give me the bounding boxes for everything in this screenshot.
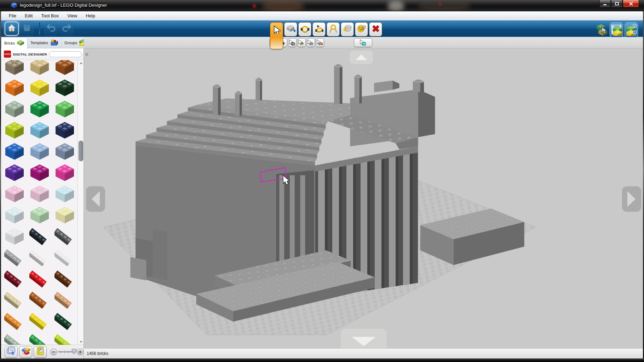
tab-label: Templates	[30, 41, 48, 45]
palette-brick-earth-green-1x4[interactable]	[52, 310, 77, 332]
palette-brick-white[interactable]	[27, 247, 52, 268]
palette-brick-medium-stone-grey[interactable]	[2, 247, 27, 268]
clone-select-tool-button[interactable]	[354, 38, 372, 47]
camera-down-button[interactable]	[341, 329, 387, 348]
palette-brick-bright-yellow[interactable]	[27, 77, 52, 98]
palette-brick-earth-blue[interactable]	[52, 119, 77, 141]
build-mode-button[interactable]	[595, 23, 608, 37]
palette-brick-bright-reddish-violet[interactable]	[27, 162, 52, 183]
palette-brick-bright-orange-1x4[interactable]	[2, 310, 27, 332]
menu-item-file[interactable]: File	[5, 12, 21, 20]
home-button[interactable]	[5, 22, 19, 36]
palette-brick-dark-orange[interactable]	[27, 289, 52, 310]
menu-bar: FileEditTool BoxViewHelp	[1, 11, 643, 21]
palette-brick-sand-yellow[interactable]	[2, 60, 27, 77]
save-button[interactable]	[20, 22, 34, 36]
menu-item-help[interactable]: Help	[81, 12, 99, 20]
camera-up-button[interactable]	[350, 51, 373, 64]
viewport-3d[interactable]	[84, 48, 643, 348]
selection-tool-button[interactable]	[270, 22, 283, 49]
palette-brick-light-purple[interactable]	[2, 183, 27, 204]
palette-brick-earth-green[interactable]	[52, 77, 77, 98]
color-shape-select-tool-button[interactable]	[316, 38, 324, 47]
palette-brick-bright-yellowish-green-1x4[interactable]	[52, 332, 77, 345]
hinge-align-tool-button[interactable]	[312, 22, 326, 36]
color-select-tool-button[interactable]	[297, 38, 306, 47]
scrollbar-thumb[interactable]	[79, 141, 83, 161]
flex-tool-button[interactable]	[327, 22, 340, 36]
red-x-icon	[371, 24, 381, 35]
close-button[interactable]	[623, 0, 639, 7]
collapse-panel-button[interactable]	[84, 51, 89, 58]
palette-brick-sand-blue[interactable]	[52, 141, 77, 162]
bricks-cursor-icon	[596, 23, 608, 37]
palette-brick-medium-blue[interactable]	[27, 141, 52, 162]
bricks-numbers-icon	[626, 23, 637, 37]
scroll-up-button[interactable]	[78, 60, 84, 65]
palette-brick-bright-purple[interactable]	[52, 162, 77, 183]
view-mode-button[interactable]	[610, 22, 623, 38]
palette-brick-transparent-clear[interactable]	[2, 226, 27, 247]
palette-brick-bright-orange[interactable]	[2, 77, 27, 98]
palette-brick-dark-red[interactable]	[2, 268, 27, 289]
building-guide-mode-button[interactable]	[625, 22, 638, 38]
palette-brick-transparent-blue[interactable]	[2, 204, 27, 226]
palette-brick-brick-yellow-1x4[interactable]	[2, 289, 27, 310]
panel-tabs: BricksTemplatesGroups	[1, 37, 84, 48]
palette-zoom-slider[interactable]	[50, 349, 84, 355]
minimize-button[interactable]	[599, 0, 611, 7]
palette-brick-transparent-light-blue[interactable]	[52, 183, 77, 204]
zoom-slider-track[interactable]	[58, 351, 76, 352]
brick-search-input[interactable]	[49, 51, 82, 57]
palette-brick-medium-lilac[interactable]	[2, 162, 27, 183]
palette-brick-dark-green-1x4[interactable]	[27, 332, 52, 345]
palette-brick-transparent-yellow[interactable]	[52, 204, 77, 226]
hinge-tool-button[interactable]	[298, 22, 311, 36]
zoom-slider-thumb[interactable]	[72, 349, 76, 355]
camera-right-button[interactable]	[622, 186, 641, 212]
palette-brick-sand-green-1x4[interactable]	[2, 332, 27, 345]
maximize-button[interactable]	[611, 0, 622, 7]
clone-tool-button[interactable]	[284, 22, 297, 36]
palette-brick-bright-red[interactable]	[27, 268, 52, 289]
scroll-down-button[interactable]	[78, 339, 84, 344]
tab-bricks[interactable]: Bricks	[1, 37, 28, 48]
tab-templates[interactable]: Templates	[28, 37, 62, 48]
palette-brick-transparent-pink[interactable]	[27, 183, 52, 204]
palette-brick-bright-blue[interactable]	[2, 141, 27, 162]
palette-mode-button[interactable]	[34, 346, 47, 358]
connected-select-tool-button[interactable]	[288, 38, 297, 47]
delete-tool-button[interactable]	[369, 22, 382, 36]
menu-item-view[interactable]: View	[63, 12, 81, 20]
palette-brick-bright-yellowish-green[interactable]	[2, 119, 27, 141]
palette-brick-brick-yellow[interactable]	[27, 60, 52, 77]
zoom-out-button[interactable]	[50, 349, 57, 355]
palette-brick-transparent-clear-1x4[interactable]	[52, 247, 77, 268]
palette-brick-bright-green[interactable]	[52, 98, 77, 119]
color-grouping-button[interactable]	[19, 346, 32, 358]
palette-brick-sand-green[interactable]	[2, 98, 27, 119]
filter-bricks-button[interactable]	[5, 346, 18, 358]
palette-brick-reddish-brown[interactable]	[52, 268, 77, 289]
brick-minus-stack-icon	[6, 346, 16, 357]
camera-left-button[interactable]	[86, 186, 105, 212]
zoom-in-button[interactable]	[77, 349, 84, 355]
menu-item-tool-box[interactable]: Tool Box	[37, 12, 63, 20]
palette-brick-earth-orange[interactable]	[52, 60, 77, 77]
paint-tool-button[interactable]	[341, 22, 354, 36]
palette-brick-dark-stone-grey[interactable]	[52, 226, 77, 247]
palette-brick-transparent-green[interactable]	[27, 204, 52, 226]
colored-bricks-icon	[21, 346, 31, 357]
palette-brick-black[interactable]	[27, 226, 52, 247]
redo-button[interactable]	[59, 22, 74, 36]
palette-scrollbar[interactable]	[77, 60, 84, 345]
decoration-tool-button[interactable]	[355, 22, 368, 36]
menu-item-edit[interactable]: Edit	[21, 12, 37, 20]
undo-button[interactable]	[44, 22, 58, 36]
palette-brick-dark-green[interactable]	[27, 98, 52, 119]
shape-select-tool-button[interactable]	[306, 38, 315, 47]
palette-brick-nougat[interactable]	[52, 289, 77, 310]
palette-book-icon	[36, 346, 45, 357]
palette-brick-medium-azur[interactable]	[27, 119, 52, 141]
palette-brick-bright-yellow-1x4[interactable]	[27, 310, 52, 332]
